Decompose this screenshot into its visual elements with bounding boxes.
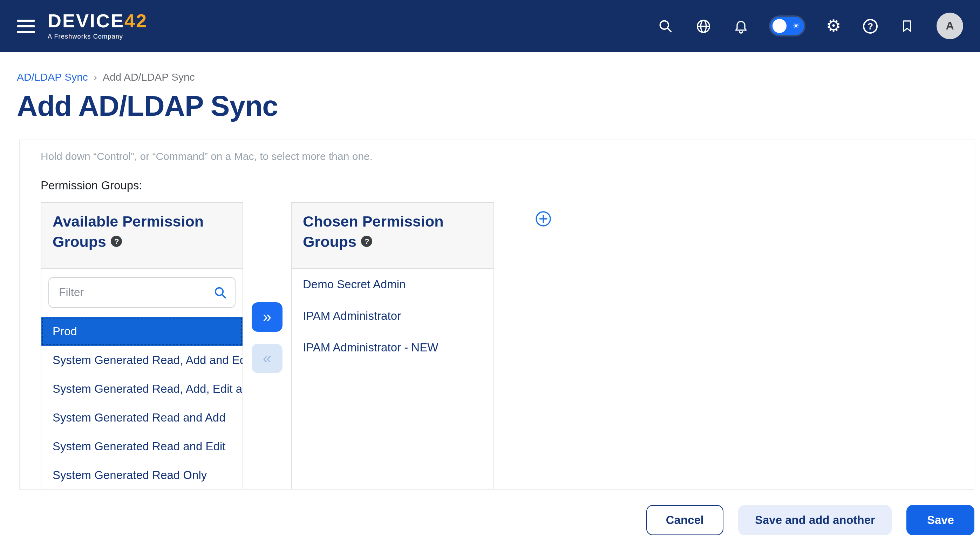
toggle-knob (773, 19, 786, 33)
breadcrumb-current: Add AD/LDAP Sync (103, 71, 195, 83)
logo-text-accent: 42 (124, 11, 148, 32)
move-right-button[interactable]: » (252, 302, 283, 332)
chosen-panel-title: Chosen Permission Groups? (303, 212, 482, 252)
permission-groups-label: Permission Groups: (41, 179, 974, 192)
top-navbar: DEVICE42 A Freshworks Company (0, 0, 980, 52)
page: DEVICE42 A Freshworks Company (0, 0, 980, 545)
multiselect-hint: Hold down “Control”, or “Command” on a M… (41, 150, 974, 162)
transfer-controls: » « (243, 302, 291, 373)
globe-icon[interactable] (695, 18, 711, 34)
logo[interactable]: DEVICE42 A Freshworks Company (48, 12, 148, 40)
chosen-option-ipam-administrator-new[interactable]: IPAM Administrator - NEW (292, 332, 493, 363)
navbar-actions: ☀ ⚙ ? A (657, 13, 963, 39)
option-sys-read-add-edit[interactable]: System Generated Read, Add and Edi (41, 346, 243, 374)
bell-icon[interactable] (733, 18, 749, 34)
option-sys-read-only[interactable]: System Generated Read Only (41, 461, 243, 489)
breadcrumb-link[interactable]: AD/LDAP Sync (17, 71, 88, 83)
available-title-text: Available Permission Groups (52, 213, 204, 250)
available-panel-header: Available Permission Groups? (41, 202, 243, 269)
filter-field (48, 277, 235, 308)
chosen-panel-header: Chosen Permission Groups? (291, 202, 494, 269)
gear-icon[interactable]: ⚙ (825, 18, 842, 34)
logo-text-primary: DEVICE (48, 11, 124, 32)
chosen-panel-body: Demo Secret Admin IPAM Administrator IPA… (291, 269, 494, 489)
save-and-add-another-button[interactable]: Save and add another (738, 505, 892, 535)
cancel-button[interactable]: Cancel (646, 505, 724, 535)
avatar[interactable]: A (937, 13, 963, 39)
option-sys-read-and-edit[interactable]: System Generated Read and Edit (41, 432, 243, 461)
hamburger-menu-icon[interactable] (17, 19, 35, 33)
option-prod[interactable]: Prod (41, 317, 243, 346)
available-panel: Available Permission Groups? Prod Syste (41, 202, 243, 489)
help-icon[interactable]: ? (863, 19, 878, 33)
chosen-option-demo-secret-admin[interactable]: Demo Secret Admin (292, 269, 493, 300)
move-left-button[interactable]: « (252, 344, 283, 373)
breadcrumb: AD/LDAP Sync › Add AD/LDAP Sync (17, 71, 980, 83)
chosen-option-ipam-administrator[interactable]: IPAM Administrator (292, 300, 493, 332)
logo-subtitle: A Freshworks Company (48, 33, 148, 40)
chosen-title-text: Chosen Permission Groups (303, 213, 443, 250)
option-sys-read-add-edit-an[interactable]: System Generated Read, Add, Edit an (41, 374, 243, 403)
available-panel-body: Prod System Generated Read, Add and Edi … (41, 269, 243, 489)
theme-toggle[interactable]: ☀ (770, 17, 804, 35)
page-title: Add AD/LDAP Sync (17, 90, 980, 123)
chosen-help-icon[interactable]: ? (361, 236, 372, 247)
add-permission-group-icon[interactable] (535, 210, 552, 227)
filter-search-icon (213, 285, 227, 302)
form-actions: Cancel Save and add another Save (0, 505, 974, 535)
search-icon[interactable] (657, 18, 674, 34)
form-card: Hold down “Control”, or “Command” on a M… (19, 140, 974, 489)
sun-icon: ☀ (792, 22, 800, 30)
available-panel-title: Available Permission Groups? (52, 212, 231, 252)
available-options-list: Prod System Generated Read, Add and Edi … (41, 317, 243, 489)
option-sys-read-and-add[interactable]: System Generated Read and Add (41, 403, 243, 432)
bookmark-icon[interactable] (899, 18, 915, 34)
available-help-icon[interactable]: ? (111, 236, 123, 247)
logo-text: DEVICE42 (48, 12, 148, 31)
breadcrumb-separator: › (94, 71, 97, 83)
chosen-panel: Chosen Permission Groups? Demo Secret Ad… (291, 202, 494, 489)
permission-groups-widget: Available Permission Groups? Prod Syste (41, 202, 974, 489)
save-button[interactable]: Save (907, 505, 974, 535)
filter-input[interactable] (48, 277, 235, 308)
